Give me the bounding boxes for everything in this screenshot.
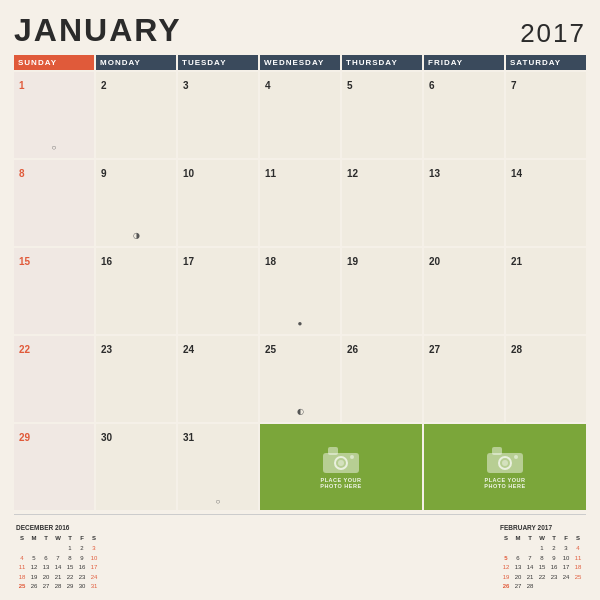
mini-cal-december: DECEMBER 2016 S M T W T F S 1 2 3 4 5 6 … <box>16 523 100 592</box>
mini-cal-february: FEBRUARY 2017 S M T W T F S 1 2 3 4 5 6 … <box>500 523 584 592</box>
day-17: 17 <box>178 248 258 334</box>
day-22: 22 <box>14 336 94 422</box>
header-thursday: THURSDAY <box>342 55 422 70</box>
photo-placeholder-1[interactable]: PLACE YOURPHOTO HERE <box>260 424 422 510</box>
divider <box>14 514 586 515</box>
header-friday: FRIDAY <box>424 55 504 70</box>
day-16: 16 <box>96 248 176 334</box>
photo-label-1: PLACE YOURPHOTO HERE <box>320 477 361 489</box>
header-wednesday: WEDNESDAY <box>260 55 340 70</box>
mini-calendars: DECEMBER 2016 S M T W T F S 1 2 3 4 5 6 … <box>14 523 586 592</box>
day-10: 10 <box>178 160 258 246</box>
header-sunday: SUNDAY <box>14 55 94 70</box>
photo-placeholder-2[interactable]: PLACE YOURPHOTO HERE <box>424 424 586 510</box>
svg-rect-1 <box>328 447 338 455</box>
day-1: 1 ○ <box>14 72 94 158</box>
calendar-header: JANUARY 2017 <box>14 12 586 49</box>
year-title: 2017 <box>520 18 586 49</box>
day-11: 11 <box>260 160 340 246</box>
svg-point-8 <box>502 460 508 466</box>
day-5: 5 <box>342 72 422 158</box>
day-19: 19 <box>342 248 422 334</box>
svg-rect-6 <box>492 447 502 455</box>
day-8: 8 <box>14 160 94 246</box>
day-27: 27 <box>424 336 504 422</box>
day-4: 4 <box>260 72 340 158</box>
day-3: 3 <box>178 72 258 158</box>
day-26: 26 <box>342 336 422 422</box>
day-25: 25 ◐ <box>260 336 340 422</box>
day-28: 28 <box>506 336 586 422</box>
day-7: 7 <box>506 72 586 158</box>
day-13: 13 <box>424 160 504 246</box>
svg-point-4 <box>350 455 354 459</box>
calendar: JANUARY 2017 SUNDAY MONDAY TUESdAY WEDNE… <box>0 0 600 600</box>
day-31: 31 ○ <box>178 424 258 510</box>
day-21: 21 <box>506 248 586 334</box>
day-24: 24 <box>178 336 258 422</box>
day-20: 20 <box>424 248 504 334</box>
camera-icon-2 <box>487 445 523 473</box>
day-15: 15 <box>14 248 94 334</box>
day-12: 12 <box>342 160 422 246</box>
day-headers: SUNDAY MONDAY TUESdAY WEDNESDAY THURSDAY… <box>14 55 586 70</box>
day-14: 14 <box>506 160 586 246</box>
header-tuesday: TUESdAY <box>178 55 258 70</box>
photo-label-2: PLACE YOURPHOTO HERE <box>484 477 525 489</box>
calendar-grid: 1 ○ 2 3 4 5 6 7 8 9 ◑ 10 11 12 13 14 15 … <box>14 72 586 510</box>
day-18: 18 ● <box>260 248 340 334</box>
day-29: 29 <box>14 424 94 510</box>
svg-point-9 <box>514 455 518 459</box>
header-monday: MONDAY <box>96 55 176 70</box>
day-6: 6 <box>424 72 504 158</box>
day-9: 9 ◑ <box>96 160 176 246</box>
svg-point-3 <box>338 460 344 466</box>
header-saturday: SATURDAY <box>506 55 586 70</box>
month-title: JANUARY <box>14 12 182 49</box>
camera-icon-1 <box>323 445 359 473</box>
day-2: 2 <box>96 72 176 158</box>
day-23: 23 <box>96 336 176 422</box>
day-30: 30 <box>96 424 176 510</box>
